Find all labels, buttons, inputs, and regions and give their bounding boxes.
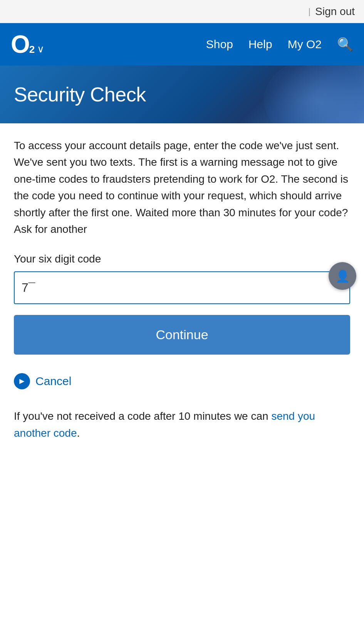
cancel-chevron-icon: ► xyxy=(14,373,30,389)
logo-letter: O2 xyxy=(11,32,34,57)
hero-banner: Security Check xyxy=(0,66,364,123)
separator: | xyxy=(309,7,311,17)
shop-link[interactable]: Shop xyxy=(206,38,233,51)
cancel-row: ► Cancel xyxy=(14,373,350,389)
floating-assistant-button[interactable]: 👤 xyxy=(329,262,356,290)
main-content: To access your account details page, ent… xyxy=(0,123,364,457)
top-bar: | Sign out xyxy=(0,0,364,23)
nav-links: Shop Help My O2 🔍 xyxy=(206,37,353,52)
description-intro: To access your account details page, ent… xyxy=(14,137,350,237)
page-title: Security Check xyxy=(14,83,146,106)
sign-out-button[interactable]: Sign out xyxy=(315,5,355,18)
logo-chevron-icon: ∨ xyxy=(37,43,44,55)
o2-logo[interactable]: O2 ∨ xyxy=(11,32,44,57)
search-icon[interactable]: 🔍 xyxy=(337,37,353,52)
my-o2-link[interactable]: My O2 xyxy=(288,38,322,51)
code-input[interactable] xyxy=(14,271,350,304)
assistant-icon: 👤 xyxy=(335,269,350,283)
code-label: Your six digit code xyxy=(14,253,350,265)
cancel-link[interactable]: Cancel xyxy=(35,375,71,388)
nav-bar: O2 ∨ Shop Help My O2 🔍 xyxy=(0,23,364,66)
continue-button[interactable]: Continue xyxy=(14,315,350,355)
logo-subscript: 2 xyxy=(29,44,34,55)
help-link[interactable]: Help xyxy=(248,38,272,51)
resend-text: If you've not received a code after 10 m… xyxy=(14,408,350,441)
